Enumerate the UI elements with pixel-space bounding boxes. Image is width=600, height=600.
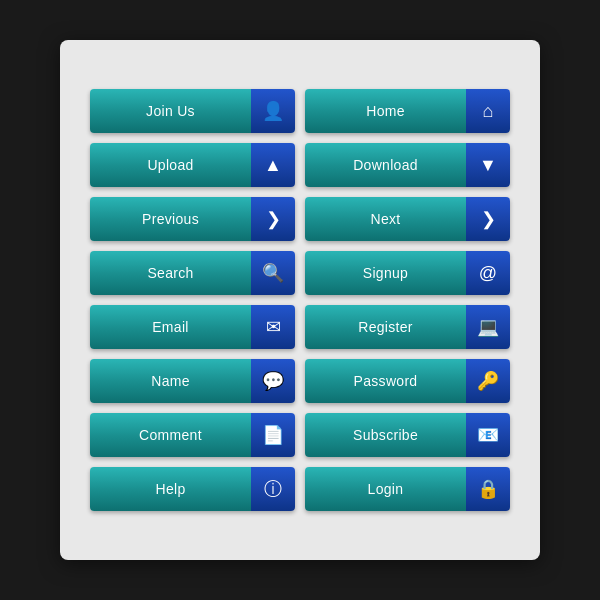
next-button[interactable]: Next ❯ xyxy=(305,197,510,241)
download-label: Download xyxy=(305,143,466,187)
register-button[interactable]: Register 💻 xyxy=(305,305,510,349)
login-label: Login xyxy=(305,467,466,511)
next-icon: ❯ xyxy=(466,197,510,241)
help-label: Help xyxy=(90,467,251,511)
name-icon: 💬 xyxy=(251,359,295,403)
subscribe-icon: 📧 xyxy=(466,413,510,457)
email-icon: ✉ xyxy=(251,305,295,349)
download-button[interactable]: Download ▼ xyxy=(305,143,510,187)
help-button[interactable]: Help ⓘ xyxy=(90,467,295,511)
register-icon: 💻 xyxy=(466,305,510,349)
comment-button[interactable]: Comment 📄 xyxy=(90,413,295,457)
previous-label: Previous xyxy=(90,197,251,241)
search-button[interactable]: Search 🔍 xyxy=(90,251,295,295)
upload-icon: ▲ xyxy=(251,143,295,187)
signup-label: Signup xyxy=(305,251,466,295)
home-icon: ⌂ xyxy=(466,89,510,133)
search-label: Search xyxy=(90,251,251,295)
join-us-label: Join Us xyxy=(90,89,251,133)
subscribe-button[interactable]: Subscribe 📧 xyxy=(305,413,510,457)
comment-label: Comment xyxy=(90,413,251,457)
upload-button[interactable]: Upload ▲ xyxy=(90,143,295,187)
upload-label: Upload xyxy=(90,143,251,187)
subscribe-label: Subscribe xyxy=(305,413,466,457)
download-icon: ▼ xyxy=(466,143,510,187)
home-button[interactable]: Home ⌂ xyxy=(305,89,510,133)
comment-icon: 📄 xyxy=(251,413,295,457)
email-button[interactable]: Email ✉ xyxy=(90,305,295,349)
password-icon: 🔑 xyxy=(466,359,510,403)
card: Join Us 👤 Home ⌂ Upload ▲ Download ▼ Pre… xyxy=(60,40,540,560)
signup-icon: @ xyxy=(466,251,510,295)
login-icon: 🔒 xyxy=(466,467,510,511)
login-button[interactable]: Login 🔒 xyxy=(305,467,510,511)
join-us-button[interactable]: Join Us 👤 xyxy=(90,89,295,133)
previous-icon: ❯ xyxy=(251,197,295,241)
join-us-icon: 👤 xyxy=(251,89,295,133)
name-button[interactable]: Name 💬 xyxy=(90,359,295,403)
password-button[interactable]: Password 🔑 xyxy=(305,359,510,403)
name-label: Name xyxy=(90,359,251,403)
search-icon: 🔍 xyxy=(251,251,295,295)
home-label: Home xyxy=(305,89,466,133)
register-label: Register xyxy=(305,305,466,349)
help-icon: ⓘ xyxy=(251,467,295,511)
email-label: Email xyxy=(90,305,251,349)
password-label: Password xyxy=(305,359,466,403)
button-grid: Join Us 👤 Home ⌂ Upload ▲ Download ▼ Pre… xyxy=(60,59,540,541)
previous-button[interactable]: Previous ❯ xyxy=(90,197,295,241)
signup-button[interactable]: Signup @ xyxy=(305,251,510,295)
next-label: Next xyxy=(305,197,466,241)
